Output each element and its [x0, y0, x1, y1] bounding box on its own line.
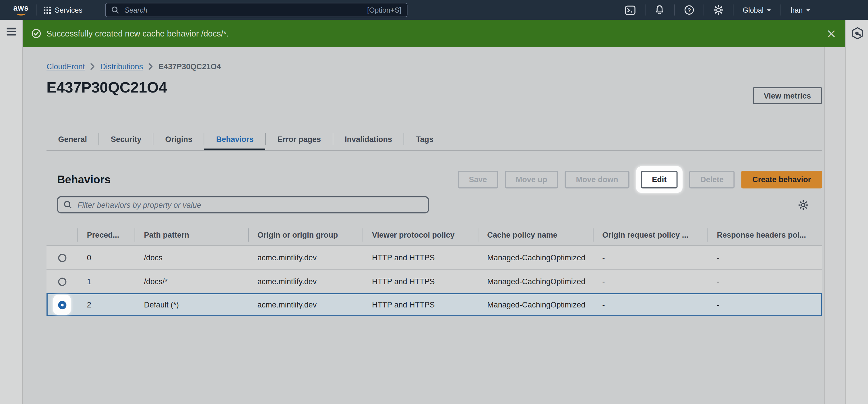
cell-origin: acme.mintlify.dev [248, 246, 363, 269]
tab-tags[interactable]: Tags [404, 127, 445, 150]
amazon-q-button[interactable] [851, 27, 864, 40]
cell-viewer-protocol: HTTP and HTTPS [363, 293, 477, 316]
tab-origins[interactable]: Origins [154, 127, 204, 150]
left-nav-strip [0, 20, 23, 404]
header-precedence: Preced... [78, 224, 135, 246]
row-radio-button[interactable] [58, 277, 66, 286]
table-row[interactable]: 1 /docs/* acme.mintlify.dev HTTP and HTT… [46, 269, 822, 293]
tab-behaviors[interactable]: Behaviors [205, 127, 265, 150]
tab-error-pages[interactable]: Error pages [266, 127, 333, 150]
row-radio-button-checked[interactable] [58, 300, 66, 309]
cell-response-headers-policy: - [708, 246, 822, 269]
hamburger-menu-button[interactable] [7, 28, 16, 35]
cell-origin: acme.mintlify.dev [248, 270, 363, 293]
cell-origin-request-policy: - [593, 246, 707, 269]
move-up-button[interactable]: Move up [505, 171, 558, 189]
help-button[interactable]: ? [682, 3, 696, 17]
cell-cache-policy: Managed-CachingOptimized [477, 293, 593, 316]
cell-cache-policy: Managed-CachingOptimized [477, 246, 593, 269]
behaviors-actions: Save Move up Move down Edit Delete Creat… [458, 171, 822, 189]
global-search-box[interactable]: [Option+S] [105, 3, 407, 17]
aws-smile-icon [17, 11, 26, 16]
aws-logo[interactable]: aws [13, 4, 29, 16]
tab-general[interactable]: General [46, 127, 99, 150]
breadcrumb-chevron-icon [148, 63, 153, 70]
aws-logo-text: aws [13, 4, 29, 11]
edit-button[interactable]: Edit [641, 171, 678, 189]
edit-button-highlight: Edit [636, 166, 683, 193]
cell-path-pattern: Default (*) [135, 293, 248, 316]
save-button[interactable]: Save [458, 171, 498, 189]
cell-origin: acme.mintlify.dev [248, 293, 363, 316]
header-cache-policy: Cache policy name [477, 224, 593, 246]
table-row[interactable]: 0 /docs acme.mintlify.dev HTTP and HTTPS… [46, 246, 822, 269]
aws-console-window: aws Services [0, 0, 868, 404]
delete-button[interactable]: Delete [689, 171, 735, 189]
cell-precedence: 2 [78, 293, 135, 316]
header-origin: Origin or origin group [248, 224, 363, 246]
region-selector[interactable]: Global [741, 6, 774, 14]
services-label: Services [55, 6, 82, 14]
success-flashbar: Successfully created new cache behavior … [23, 20, 845, 47]
topbar-divider [674, 4, 675, 16]
cloudshell-button[interactable] [623, 3, 638, 17]
services-menu-button[interactable]: Services [43, 6, 82, 14]
cell-precedence: 0 [78, 246, 135, 269]
cell-response-headers-policy: - [708, 270, 822, 293]
table-row-selected[interactable]: 2 Default (*) acme.mintlify.dev HTTP and… [46, 293, 822, 316]
region-label: Global [743, 6, 764, 14]
tab-security[interactable]: Security [99, 127, 153, 150]
flashbar-close-icon[interactable]: × [826, 27, 837, 39]
right-side-strip [845, 20, 868, 404]
cell-origin-request-policy: - [593, 293, 707, 316]
success-check-icon [32, 29, 41, 38]
account-menu[interactable]: han [788, 6, 813, 14]
search-input[interactable] [123, 5, 367, 15]
cell-path-pattern: /docs/* [135, 270, 248, 293]
flashbar-message: Successfully created new cache behavior … [46, 29, 229, 38]
breadcrumb-current: E437P30QC21O4 [158, 62, 221, 71]
notifications-bell-button[interactable] [652, 3, 667, 17]
cell-origin-request-policy: - [593, 270, 707, 293]
topbar-divider [645, 4, 645, 16]
header-origin-request-policy: Origin request policy ... [593, 224, 707, 246]
cell-viewer-protocol: HTTP and HTTPS [363, 270, 477, 293]
view-metrics-button[interactable]: View metrics [753, 87, 822, 104]
cell-path-pattern: /docs [135, 246, 248, 269]
breadcrumb-cloudfront-link[interactable]: CloudFront [46, 62, 85, 71]
topbar-divider [704, 4, 704, 16]
table-preferences-gear-icon[interactable] [798, 200, 808, 210]
create-behavior-button[interactable]: Create behavior [741, 171, 822, 189]
search-icon [64, 201, 72, 209]
topbar-divider [733, 4, 733, 16]
settings-gear-button[interactable] [711, 3, 725, 17]
move-down-button[interactable]: Move down [565, 171, 629, 189]
content-right-gutter [825, 47, 845, 404]
content-edge-line [825, 47, 825, 404]
main-content: CloudFront Distributions E437P30QC21O4 E… [23, 47, 845, 404]
header-path-pattern: Path pattern [135, 224, 248, 246]
breadcrumb-chevron-icon [90, 63, 95, 70]
breadcrumb-distributions-link[interactable]: Distributions [100, 62, 143, 71]
search-shortcut-hint: [Option+S] [367, 6, 401, 14]
search-icon [112, 6, 119, 14]
filter-behaviors-input[interactable] [76, 200, 422, 210]
behaviors-table: Preced... Path pattern Origin or origin … [46, 224, 822, 316]
chevron-down-icon [806, 9, 810, 11]
cell-cache-policy: Managed-CachingOptimized [477, 270, 593, 293]
topbar-divider [781, 4, 781, 16]
tab-invalidations[interactable]: Invalidations [333, 127, 404, 150]
services-grid-icon [43, 6, 51, 13]
breadcrumb: CloudFront Distributions E437P30QC21O4 [46, 62, 221, 71]
topbar-divider [36, 4, 36, 16]
row-radio-button[interactable] [58, 254, 66, 262]
tabs-underline-rule [46, 150, 822, 151]
header-radio-column [46, 224, 78, 246]
header-viewer-protocol: Viewer protocol policy [363, 224, 477, 246]
page-title: E437P30QC21O4 [46, 79, 167, 96]
account-label: han [791, 6, 803, 14]
cell-response-headers-policy: - [708, 293, 822, 316]
behaviors-filter[interactable] [57, 196, 429, 213]
cell-precedence: 1 [78, 270, 135, 293]
svg-text:?: ? [687, 7, 691, 13]
